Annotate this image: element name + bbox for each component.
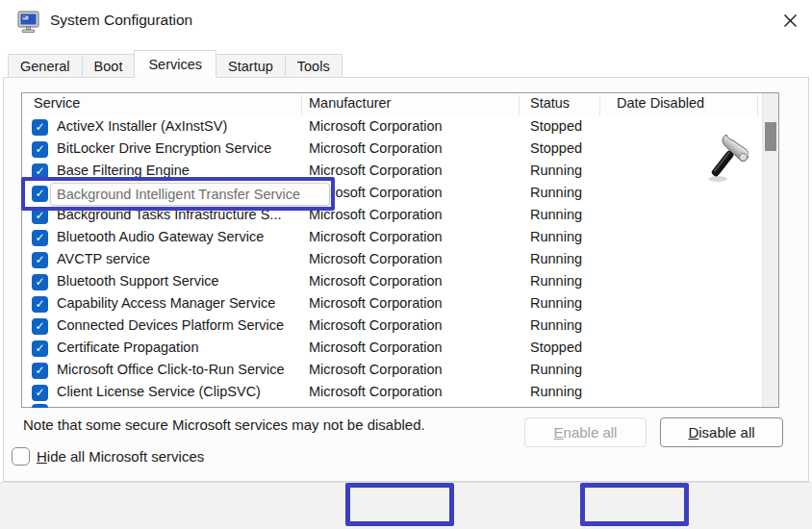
service-status: Running <box>530 295 582 311</box>
disable-all-button[interactable]: Disable all <box>660 417 783 447</box>
service-name-tooltip: Background Intelligent Transfer Service <box>50 183 330 206</box>
service-name: ActiveX Installer (AxInstSV) <box>57 118 227 134</box>
service-name: Background Tasks Infrastructure S... <box>57 207 281 222</box>
service-row[interactable]: ✓Bluetooth Support ServiceMicrosoft Corp… <box>22 271 762 293</box>
service-row[interactable]: ✓Background Intelligent Transfer Service… <box>22 183 762 205</box>
service-name: Bluetooth Support Service <box>57 273 218 289</box>
service-checkbox[interactable]: ✓ <box>32 164 48 180</box>
service-manufacturer: Microsoft Corporation <box>309 295 443 311</box>
service-checkbox[interactable]: ✓ <box>32 208 48 224</box>
service-manufacturer: Microsoft Corporation <box>309 118 443 134</box>
service-status: Running <box>530 362 582 377</box>
service-status: Running <box>530 251 582 266</box>
service-name: BitLocker Drive Encryption Service <box>57 140 271 156</box>
service-manufacturer: Microsoft Corporation <box>309 317 443 333</box>
service-name: Base Filtering Engine <box>57 163 190 178</box>
service-status: Stopped <box>530 340 582 355</box>
enable-all-button[interactable]: Enable all <box>524 417 647 447</box>
service-status: Running <box>530 207 582 222</box>
service-row[interactable]: ✓Bluetooth Audio Gateway ServiceMicrosof… <box>22 227 762 249</box>
service-status: Running <box>530 185 582 200</box>
tab-startup[interactable]: Startup <box>216 54 286 78</box>
service-status: Running <box>530 229 582 244</box>
partial-row-checkbox <box>32 404 48 408</box>
service-checkbox[interactable]: ✓ <box>32 230 48 246</box>
service-manufacturer: Microsoft Corporation <box>309 140 443 156</box>
service-status: Running <box>530 163 582 178</box>
hide-microsoft-services-checkbox[interactable]: Hide all Microsoft services <box>12 447 204 466</box>
service-manufacturer: Microsoft Corporation <box>309 229 443 244</box>
service-row[interactable]: ✓Background Tasks Infrastructure S...Mic… <box>22 205 762 227</box>
service-checkbox[interactable]: ✓ <box>32 385 48 401</box>
service-status: Stopped <box>530 118 582 134</box>
service-row[interactable]: ✓Base Filtering EngineMicrosoft Corporat… <box>22 161 762 183</box>
service-checkbox[interactable]: ✓ <box>32 141 48 158</box>
service-name: Bluetooth Audio Gateway Service <box>57 229 264 244</box>
service-name: Capability Access Manager Service <box>57 295 275 311</box>
msconfig-app-icon <box>15 9 42 36</box>
tab-services[interactable]: Services <box>134 50 216 78</box>
service-row[interactable]: ✓Client License Service (ClipSVC)Microso… <box>22 382 762 404</box>
service-name: AVCTP service <box>57 251 150 266</box>
service-manufacturer: Microsoft Corporation <box>309 207 443 222</box>
tab-boot[interactable]: Boot <box>82 54 136 78</box>
service-name: Microsoft Office Click-to-Run Service <box>57 362 285 377</box>
service-manufacturer: Microsoft Corporation <box>309 273 443 289</box>
tab-bar: GeneralBootServicesStartupTools <box>8 50 342 78</box>
service-name: Certificate Propagation <box>57 340 199 355</box>
service-status: Running <box>530 273 582 289</box>
service-manufacturer: Microsoft Corporation <box>309 163 443 178</box>
service-checkbox[interactable]: ✓ <box>32 363 48 379</box>
tab-tools[interactable]: Tools <box>285 54 343 78</box>
close-x-icon <box>783 13 798 31</box>
enable-all-label-rest: nable all <box>564 424 618 441</box>
services-list: ServiceManufacturerStatusDate Disabled ✓… <box>21 92 779 408</box>
disable-all-label: D <box>688 424 698 441</box>
title-bar: System Configuration <box>0 0 812 44</box>
hide-checkbox-label: Hide all Microsoft services <box>37 448 204 465</box>
disable-all-label-rest: isable all <box>698 424 754 441</box>
service-row[interactable]: ✓Certificate PropagationMicrosoft Corpor… <box>22 338 762 360</box>
checkbox-box[interactable] <box>12 447 30 466</box>
hammer-cursor-icon <box>702 135 749 189</box>
service-checkbox[interactable]: ✓ <box>32 119 48 136</box>
tab-general[interactable]: General <box>8 54 83 78</box>
system-configuration-dialog: System Configuration GeneralBootServices… <box>0 0 812 529</box>
service-status: Running <box>530 384 582 399</box>
button-footer: OK Cancel Apply Help <box>0 482 812 529</box>
service-status: Stopped <box>530 140 582 156</box>
service-name: Connected Devices Platform Service <box>57 317 284 333</box>
service-row[interactable]: ✓BitLocker Drive Encryption ServiceMicro… <box>22 139 762 161</box>
window-title: System Configuration <box>50 12 192 29</box>
service-manufacturer: Microsoft Corporation <box>309 340 443 355</box>
scrollbar-thumb[interactable] <box>765 122 776 151</box>
service-row[interactable]: ✓Capability Access Manager ServiceMicros… <box>22 293 762 315</box>
service-row[interactable]: ✓Connected Devices Platform ServiceMicro… <box>22 315 762 338</box>
service-checkbox[interactable]: ✓ <box>32 318 48 335</box>
service-status: Running <box>530 317 582 333</box>
service-row[interactable]: ✓Microsoft Office Click-to-Run ServiceMi… <box>22 360 762 382</box>
service-checkbox[interactable]: ✓ <box>32 296 48 313</box>
service-checkbox[interactable]: ✓ <box>32 252 48 268</box>
service-manufacturer: Microsoft Corporation <box>309 384 443 399</box>
list-body: ✓ActiveX Installer (AxInstSV)Microsoft C… <box>22 93 762 407</box>
service-checkbox[interactable]: ✓ <box>32 186 48 202</box>
service-manufacturer: Microsoft Corporation <box>309 362 443 377</box>
service-row[interactable]: ✓ActiveX Installer (AxInstSV)Microsoft C… <box>22 116 762 139</box>
vertical-scrollbar[interactable] <box>762 93 778 407</box>
service-checkbox[interactable]: ✓ <box>32 340 48 357</box>
service-row[interactable]: ✓AVCTP serviceMicrosoft CorporationRunni… <box>22 249 762 271</box>
service-manufacturer: Microsoft Corporation <box>309 251 443 266</box>
enable-all-label: E <box>554 424 564 441</box>
service-checkbox[interactable]: ✓ <box>32 274 48 290</box>
service-name: Client License Service (ClipSVC) <box>57 384 261 399</box>
note-text: Note that some secure Microsoft services… <box>23 416 425 433</box>
close-button[interactable] <box>775 8 804 37</box>
